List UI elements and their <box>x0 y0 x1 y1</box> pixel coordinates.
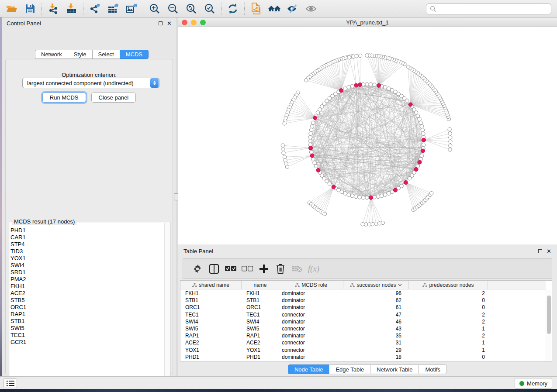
mcds-node-item[interactable]: SWI4 <box>10 262 163 269</box>
network-canvas[interactable] <box>178 27 557 244</box>
float-window-icon[interactable] <box>159 21 163 25</box>
tab-style[interactable]: Style <box>68 50 92 59</box>
table-row[interactable]: YOX1YOX1connector291 <box>180 347 546 354</box>
cell-name: STB1 <box>242 297 279 303</box>
network-window-titlebar[interactable]: YPA_prune.txt_1 <box>178 18 557 27</box>
column-header-successor-nodes[interactable]: successor nodes <box>343 281 409 289</box>
mcds-node-item[interactable]: PHD1 <box>10 227 163 234</box>
table-row[interactable]: STB1STB1dominator620 <box>180 297 546 304</box>
table-settings-button[interactable] <box>189 261 206 277</box>
zoom-in-icon <box>149 3 160 14</box>
deselect-all-rows-button[interactable] <box>239 261 256 277</box>
table-row[interactable]: PHD1PHD1dominator180 <box>180 354 546 361</box>
criterion-select[interactable]: largest connected component (undirected) <box>22 78 159 88</box>
mcds-node-item[interactable]: TID3 <box>10 248 163 255</box>
mcds-node-item[interactable]: STB1 <box>10 318 163 325</box>
mcds-node-item[interactable]: TEC1 <box>10 332 163 339</box>
cell-MCDS-role: dominator <box>279 319 343 325</box>
mcds-node-item[interactable]: CAR1 <box>10 234 163 241</box>
hide-selected-button[interactable] <box>284 2 302 16</box>
table-row[interactable]: RAP1RAP1dominator352 <box>180 332 546 339</box>
table-scrollbar[interactable] <box>546 290 551 361</box>
zoom-fit-button[interactable] <box>182 2 201 16</box>
close-panel-button[interactable]: Close panel <box>91 93 136 103</box>
function-builder-button[interactable]: f(x) <box>305 261 322 277</box>
delete-table-button[interactable] <box>289 261 305 277</box>
tab-network[interactable]: Network <box>35 50 68 59</box>
cell-predecessor-nodes: 1 <box>409 326 488 332</box>
import-table-button[interactable] <box>62 2 81 16</box>
mcds-node-item[interactable]: ACE2 <box>10 290 163 297</box>
fx-icon: f(x) <box>308 264 319 274</box>
search-box[interactable] <box>426 3 551 14</box>
table-panel-titlebar: Table Panel ✕ <box>178 245 557 257</box>
zoom-selected-button[interactable] <box>201 2 219 16</box>
splitter-grip[interactable] <box>174 193 178 200</box>
mcds-node-item[interactable]: ORC1 <box>10 304 163 311</box>
table-panel: Table Panel ✕ f(x) share <box>178 245 557 376</box>
memory-button[interactable]: Memory <box>515 378 552 389</box>
duplicate-network-button[interactable] <box>247 2 265 16</box>
column-visibility-button[interactable] <box>206 261 222 277</box>
add-column-button[interactable] <box>256 261 272 277</box>
mcds-node-item[interactable]: RAP1 <box>10 311 163 318</box>
columns-icon <box>209 264 219 274</box>
control-panel: Control Panel ✕ NetworkStyleSelectMCDS O… <box>2 17 176 376</box>
mcds-node-item[interactable]: PMA2 <box>10 276 163 283</box>
plus-icon <box>259 265 268 273</box>
column-header-MCDS-role[interactable]: MCDS role <box>279 281 343 289</box>
search-input[interactable] <box>436 6 547 12</box>
float-window-icon[interactable] <box>538 249 542 253</box>
close-panel-icon[interactable]: ✕ <box>167 21 172 26</box>
tab-mcds[interactable]: MCDS <box>120 50 149 59</box>
tab-network-table[interactable]: Network Table <box>370 364 419 374</box>
close-panel-icon[interactable]: ✕ <box>547 248 551 254</box>
mcds-node-item[interactable]: SWI5 <box>10 325 163 332</box>
delete-column-button[interactable] <box>272 261 289 277</box>
task-history-button[interactable] <box>3 378 17 388</box>
save-session-button[interactable] <box>21 2 39 16</box>
export-table-button[interactable] <box>104 2 122 16</box>
cell-predecessor-nodes: 2 <box>409 319 488 325</box>
table-row[interactable]: ACE2ACE2connector311 <box>180 339 546 346</box>
run-mcds-button[interactable]: Run MCDS <box>42 93 86 103</box>
table-row[interactable]: ORC1ORC1dominator610 <box>180 304 546 311</box>
mcds-node-item[interactable]: STP4 <box>10 241 163 248</box>
tab-edge-table[interactable]: Edge Table <box>329 364 370 374</box>
column-header-name[interactable]: name <box>242 281 279 289</box>
column-header-predecessor-nodes[interactable]: predecessor nodes <box>409 281 488 289</box>
mcds-list-scrollbar[interactable] <box>164 223 170 382</box>
zoom-out-button[interactable] <box>164 2 182 16</box>
select-all-rows-button[interactable] <box>222 261 239 277</box>
table-row[interactable]: TEC1TEC1connector472 <box>180 311 546 318</box>
node-table-body: FKH1FKH1dominator962STB1STB1dominator620… <box>180 290 546 361</box>
mcds-node-item[interactable]: YOX1 <box>10 255 163 262</box>
first-neighbors-button[interactable] <box>265 2 284 16</box>
show-all-button[interactable] <box>302 2 320 16</box>
tab-node-table[interactable]: Node Table <box>288 364 329 374</box>
mcds-node-item[interactable]: STB5 <box>10 297 163 304</box>
import-network-button[interactable] <box>44 2 62 16</box>
table-row[interactable]: FKH1FKH1dominator962 <box>180 290 546 297</box>
tab-select[interactable]: Select <box>92 50 120 59</box>
zoom-in-button[interactable] <box>145 2 164 16</box>
houses-icon <box>268 3 281 14</box>
column-header-shared-name[interactable]: shared name <box>180 281 242 289</box>
table-row[interactable]: SWI4SWI4dominator462 <box>180 318 546 325</box>
cell-shared-name: ACE2 <box>180 340 242 346</box>
export-network-button[interactable] <box>86 2 104 16</box>
mcds-node-item[interactable]: GCR1 <box>10 339 163 346</box>
mcds-result-list[interactable]: PHD1CAR1STP4TID3YOX1SWI4SRD1PMA2FKH1ACE2… <box>10 227 163 382</box>
open-session-button[interactable] <box>3 2 21 16</box>
trash-icon <box>276 264 285 274</box>
export-image-button[interactable] <box>122 2 141 16</box>
table-row[interactable]: SWI5SWI5connector431 <box>180 325 546 332</box>
cell-successor-nodes: 31 <box>343 340 409 346</box>
tab-motifs[interactable]: Motifs <box>419 364 447 374</box>
refresh-button[interactable] <box>224 2 242 16</box>
cell-name: ACE2 <box>242 340 279 346</box>
mcds-node-item[interactable]: FKH1 <box>10 283 163 290</box>
toolbar-separator <box>143 3 143 15</box>
table-scrollbar-thumb[interactable] <box>547 296 551 334</box>
mcds-node-item[interactable]: SRD1 <box>10 269 163 276</box>
